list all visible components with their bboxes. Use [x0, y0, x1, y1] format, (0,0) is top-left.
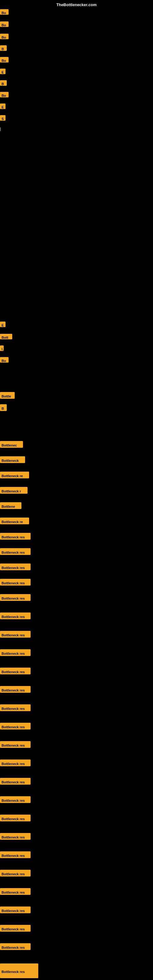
nav-button-btn22[interactable]: Bottleneck re: [0, 517, 29, 524]
nav-button-btn29[interactable]: Bottleneck res: [0, 631, 30, 638]
nav-button-btn20[interactable]: Bottleneck r: [0, 487, 27, 494]
nav-button-btn46[interactable]: Bottleneck res: [0, 943, 30, 950]
nav-button-btn6[interactable]: E: [0, 68, 5, 74]
nav-button-btn1[interactable]: Bo: [0, 9, 9, 15]
nav-button-btn30[interactable]: Bottleneck res: [0, 649, 30, 656]
nav-button-btn43[interactable]: Bottleneck res: [0, 888, 30, 895]
nav-button-btn28[interactable]: Bottleneck res: [0, 612, 30, 619]
nav-button-btn36[interactable]: Bottleneck res: [0, 759, 30, 766]
nav-button-btn17[interactable]: Bottlenec: [0, 441, 23, 448]
nav-button-btn15[interactable]: Bottle: [0, 392, 15, 399]
nav-button-btn12[interactable]: Bott: [0, 334, 12, 339]
nav-button-btn40[interactable]: Bottleneck res: [0, 833, 30, 840]
nav-button-btn10[interactable]: S: [0, 115, 5, 121]
nav-button-btn25[interactable]: Bottleneck res: [0, 563, 30, 570]
nav-button-btn42[interactable]: Bottleneck res: [0, 870, 30, 877]
nav-button-btn19[interactable]: Bottleneck re: [0, 472, 29, 478]
tick-mark: |: [0, 127, 1, 131]
nav-button-btn14[interactable]: Bo: [0, 357, 9, 363]
nav-button-btn2[interactable]: Bo: [0, 21, 9, 27]
nav-button-btn7[interactable]: B: [0, 80, 7, 86]
nav-button-btn45[interactable]: Bottleneck res: [0, 925, 30, 932]
nav-button-btn3[interactable]: Bo: [0, 34, 9, 39]
nav-button-btn39[interactable]: Bottleneck res: [0, 815, 30, 821]
nav-button-btn9[interactable]: E: [0, 103, 5, 109]
nav-button-btn33[interactable]: Bottleneck res: [0, 705, 30, 711]
nav-button-btn26[interactable]: Bottleneck res: [0, 579, 30, 585]
nav-button-btn31[interactable]: Bottleneck res: [0, 668, 30, 675]
nav-button-btn11[interactable]: E: [0, 321, 5, 327]
nav-button-btn27[interactable]: Bottleneck res: [0, 594, 30, 601]
nav-button-btn5[interactable]: Bo: [0, 57, 9, 62]
nav-button-btn24[interactable]: Bottleneck res: [0, 548, 30, 555]
nav-button-btn16[interactable]: B: [0, 404, 7, 411]
nav-button-btn37[interactable]: Bottleneck res: [0, 778, 30, 784]
nav-button-btn32[interactable]: Bottleneck res: [0, 686, 30, 693]
nav-button-btn4[interactable]: B: [0, 45, 7, 51]
nav-button-btn23[interactable]: Bottleneck res: [0, 533, 30, 539]
nav-button-btn34[interactable]: Bottleneck res: [0, 723, 30, 730]
site-title: TheBottlenecker.com: [56, 2, 97, 7]
nav-button-btn41[interactable]: Bottleneck res: [0, 851, 30, 858]
nav-button-btn44[interactable]: Bottleneck res: [0, 907, 30, 913]
nav-button-btn18[interactable]: Bottleneck: [0, 456, 25, 463]
nav-button-btn8[interactable]: Bo: [0, 92, 9, 97]
nav-button-btn38[interactable]: Bottleneck res: [0, 796, 30, 803]
nav-button-btn21[interactable]: Bottlene: [0, 502, 21, 509]
nav-button-btn35[interactable]: Bottleneck res: [0, 741, 30, 748]
nav-button-btn47[interactable]: Bottleneck res: [0, 964, 38, 978]
nav-button-btn13[interactable]: I: [0, 345, 4, 351]
